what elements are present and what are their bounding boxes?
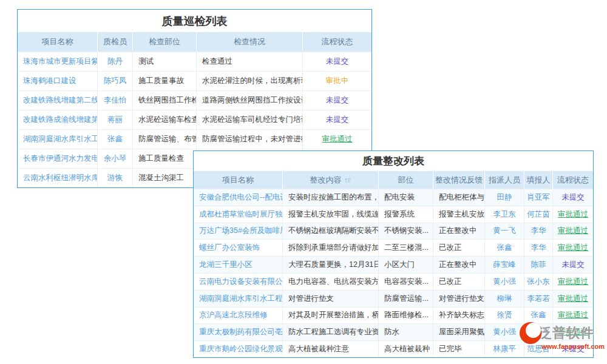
table-row: 湖南洞庭湖水库引水工程施工标对管进行垫支防腐管运输...对管进行垫支柳琳李若若审… — [194, 290, 593, 307]
cell-project-name[interactable]: 云南电力设备安装有限公司20... — [194, 274, 283, 290]
cell-reporter[interactable]: 李华 — [524, 223, 553, 240]
column-label: 整改情况反馈 — [435, 175, 483, 186]
status-badge[interactable]: 审批通过 — [553, 223, 593, 240]
cell-project-name[interactable]: 珠海鹤港口建设 — [18, 72, 98, 90]
cell-project-name[interactable]: 螺丝厂办公室装饰 — [194, 240, 283, 256]
cell-rectify-feedback: 已完毕 — [433, 341, 485, 357]
rectification-table-header: 项目名称整改内容部位整改情况反馈指派人员填报人流程状态 — [194, 171, 593, 189]
column-label: 质检员 — [103, 36, 127, 47]
cell-check-situation: 防腐管运输过程中，未对管进行... — [197, 130, 303, 149]
column-header-flow-status: 流程状态 — [303, 32, 371, 52]
cell-assignee[interactable]: 徐贤 — [485, 308, 524, 324]
cell-assignee[interactable]: 柳琳 — [485, 291, 524, 307]
cell-project-name[interactable]: 成都杜甫草堂临时展厅独立展... — [194, 206, 283, 223]
fanpu-brand-row: 泛普软件 — [520, 321, 605, 345]
cell-project-name[interactable]: 万达广场35#会所及咖啡厅空... — [194, 223, 283, 240]
rectification-table-title: 质量整改列表 — [194, 151, 593, 171]
table-row: 云南电力设备安装有限公司20...电力电容器、电抗器安装方案,...电容器安装.… — [194, 273, 593, 290]
cell-project-name[interactable]: 改建铁路成渝线增建第... — [18, 110, 98, 129]
status-badge[interactable]: 审批通过 — [553, 240, 593, 256]
cell-part: 配电安装 — [379, 189, 433, 206]
column-header-rectify-content[interactable]: 整改内容 — [283, 171, 379, 189]
cell-project-name[interactable]: 京沪高速北京段维修 — [194, 308, 283, 324]
status-badge: 审批中 — [303, 72, 371, 90]
cell-part: 报警系统 — [379, 206, 433, 223]
cell-rectify-content: 防水工程施工选调有专业资质... — [283, 324, 379, 340]
cell-assignee[interactable]: 田静 — [485, 189, 524, 206]
status-badge[interactable]: 审批通过 — [303, 130, 371, 149]
cell-project-name[interactable]: 安徽合肥供电公司--配电设备... — [194, 189, 283, 206]
column-header-part: 部位 — [379, 171, 433, 189]
cell-inspector[interactable]: 张鑫 — [98, 130, 133, 149]
sort-icon — [344, 177, 351, 184]
cell-rectify-feedback: 对管进行垫支 — [433, 291, 485, 307]
cell-check-location: 施工质量检查 — [133, 149, 197, 168]
cell-project-name[interactable]: 湖南洞庭湖水库引水工程施工标 — [194, 291, 283, 307]
cell-reporter[interactable]: 李华 — [524, 240, 553, 256]
cell-check-situation: 道路两侧铁丝网围挡工作按设计... — [197, 91, 303, 110]
cell-project-name[interactable]: 重庆市鹅岭公园绿化景观提升... — [194, 341, 283, 357]
cell-rectify-content: 高大植被栽种注意 — [283, 341, 379, 357]
cell-rectify-content: 对管进行垫支 — [283, 291, 379, 307]
cell-reporter[interactable]: 肖亚军 — [524, 189, 553, 206]
cell-project-name[interactable]: 珠海市城市更新项目紫... — [18, 52, 98, 71]
cell-reporter[interactable]: 何芷茵 — [524, 206, 553, 223]
cell-project-name[interactable]: 重庆太极制药有限公司亳州中... — [194, 324, 283, 340]
cell-project-name[interactable]: 长春市伊通河水力发电... — [18, 149, 98, 168]
status-badge[interactable]: 审批通过 — [553, 274, 593, 290]
inspection-table-title: 质量巡检列表 — [18, 10, 371, 32]
table-row: 珠海鹤港口建设陈巧凤施工质量事故水泥砼灌注的时候，出现离析现象审批中 — [18, 71, 371, 90]
status-badge[interactable]: 审批通过 — [553, 206, 593, 223]
cell-inspector[interactable]: 游恢 — [98, 169, 133, 187]
cell-project-name[interactable]: 湖南洞庭湖水库引水工... — [18, 130, 98, 149]
status-badge[interactable]: 审批通过 — [553, 291, 593, 307]
cell-check-situation: 水泥砼灌注的时候，出现离析现象 — [197, 72, 303, 90]
cell-rectify-feedback: 正在整改中 — [433, 223, 485, 240]
cell-assignee[interactable]: 黄小强 — [485, 274, 524, 290]
status-badge: 未提交 — [553, 257, 593, 273]
column-label: 填报人 — [527, 175, 551, 186]
cell-assignee[interactable]: 薛宝峰 — [485, 257, 524, 273]
fanpu-logo-icon — [520, 322, 541, 344]
cell-project-name[interactable]: 云南水利枢纽潜明水库... — [18, 169, 98, 187]
cell-inspector[interactable]: 李佳怡 — [98, 91, 133, 110]
cell-inspector[interactable]: 蒋丽 — [98, 110, 133, 129]
cell-rectify-feedback: 已改正 — [433, 274, 485, 290]
cell-assignee[interactable]: 林康平 — [485, 341, 524, 357]
column-header-project-name: 项目名称 — [18, 32, 98, 52]
cell-assignee[interactable]: 黄一飞 — [485, 223, 524, 240]
status-badge: 未提交 — [303, 52, 371, 71]
cell-inspector[interactable]: 陈丹 — [98, 52, 133, 71]
cell-reporter[interactable]: 张小东 — [524, 274, 553, 290]
cell-reporter[interactable]: 李若若 — [524, 291, 553, 307]
column-label: 检查情况 — [234, 36, 265, 47]
table-row: 珠海市城市更新项目紫...陈丹测试检查通过未提交 — [18, 52, 371, 71]
column-label: 指派人员 — [489, 175, 520, 186]
cell-part: 防水 — [379, 324, 433, 340]
cell-rectify-content: 大理石质量更换，12月31日之... — [283, 257, 379, 273]
cell-rectify-feedback: 报警主机安放... — [433, 206, 485, 223]
cell-reporter[interactable]: 陈菲 — [524, 257, 553, 273]
fanpu-brand-text: 泛普软件 — [538, 324, 594, 342]
cell-check-location: 混凝土沟渠工 — [133, 169, 197, 187]
cell-assignee[interactable]: 李卫东 — [485, 206, 524, 223]
cell-inspector[interactable]: 余小琴 — [98, 149, 133, 168]
cell-check-situation: 水泥砼运输车司机经过专门培训... — [197, 110, 303, 129]
cell-assignee[interactable]: 张鑫 — [485, 240, 524, 256]
cell-project-name[interactable]: 龙湖三千里小区 — [194, 257, 283, 273]
cell-inspector[interactable]: 陈巧凤 — [98, 72, 133, 90]
cell-assignee[interactable]: 黄小强 — [485, 324, 524, 340]
column-label: 检查部位 — [149, 36, 180, 47]
cell-rectify-feedback: 已改正 — [433, 240, 485, 256]
table-row: 万达广场35#会所及咖啡厅空...不锈钢边框玻璃隔断安装不牢...不锈钢安装..… — [194, 223, 593, 240]
status-badge: 未提交 — [303, 91, 371, 110]
column-label: 项目名称 — [222, 175, 254, 186]
column-header-rectify-feedback: 整改情况反馈 — [433, 171, 485, 189]
cell-check-location: 施工质量事故 — [133, 72, 197, 90]
cell-project-name[interactable]: 改建铁路线增建第二线... — [18, 91, 98, 110]
cell-rectify-content: 报警主机安放牢固，线缆连接... — [283, 206, 379, 223]
table-row: 龙湖三千里小区大理石质量更换，12月31日之...小区大门正在整改中薛宝峰陈菲未… — [194, 256, 593, 273]
column-header-inspector: 质检员 — [98, 32, 133, 52]
column-header-flow-status: 流程状态 — [553, 171, 593, 189]
column-label: 流程状态 — [322, 36, 353, 47]
